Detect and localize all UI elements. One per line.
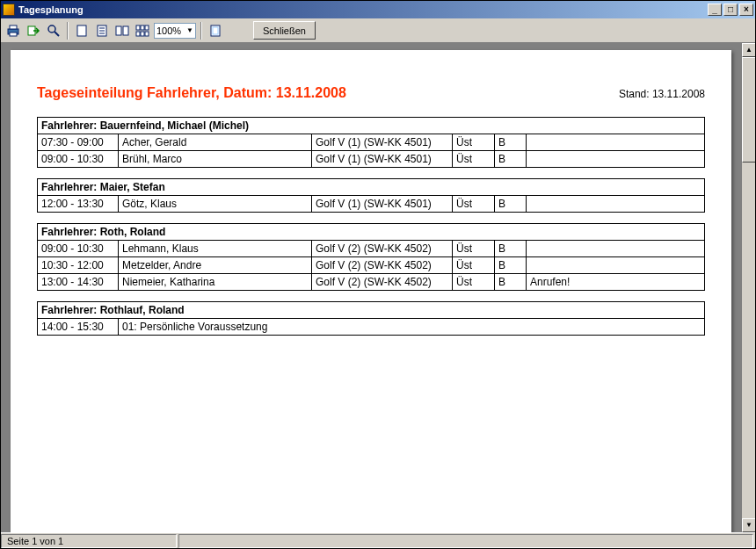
svg-rect-17 [141, 32, 144, 36]
cell-vehicle: Golf V (1) (SW-KK 4501) [312, 151, 453, 168]
cell-flag: B [495, 134, 527, 151]
svg-rect-16 [136, 32, 140, 36]
vertical-scrollbar[interactable]: ▲ ▼ [741, 43, 755, 532]
instructor-header: Fahrlehrer: Bauernfeind, Michael (Michel… [38, 118, 705, 134]
cell-note [527, 151, 705, 168]
cell-type: Üst [453, 274, 495, 291]
maximize-button[interactable]: □ [723, 4, 738, 16]
cell-student: Acher, Gerald [119, 134, 312, 151]
table-row: 09:00 - 10:30Lehmann, KlausGolf V (2) (S… [38, 241, 705, 257]
table-row: 13:00 - 14:30Niemeier, KatharinaGolf V (… [38, 274, 705, 291]
cell-note [527, 241, 705, 257]
svg-rect-13 [136, 25, 140, 30]
report-page: Tageseinteilung Fahrlehrer, Datum: 13.11… [11, 50, 731, 532]
multi-pages-icon[interactable] [134, 22, 151, 40]
cell-time: 10:30 - 12:00 [38, 257, 119, 274]
cell-type: Üst [453, 257, 495, 274]
status-page: Seite 1 von 1 [1, 534, 177, 548]
instructor-header: Fahrlehrer: Maier, Stefan [38, 179, 705, 196]
svg-rect-18 [145, 32, 149, 36]
cell-vehicle: Golf V (1) (SW-KK 4501) [312, 134, 453, 151]
cell-type: Üst [453, 134, 495, 151]
toolbar-separator [67, 22, 69, 40]
table-row: 12:00 - 13:30Götz, KlausGolf V (1) (SW-K… [38, 196, 705, 213]
zoom-value: 100% [156, 25, 181, 36]
export-icon[interactable] [25, 22, 42, 40]
close-button[interactable]: Schließen [253, 21, 316, 40]
svg-point-4 [48, 25, 55, 33]
table-row: 07:30 - 09:00Acher, GeraldGolf V (1) (SW… [38, 134, 705, 151]
instructor-header: Fahrlehrer: Roth, Roland [38, 224, 705, 241]
chevron-down-icon: ▼ [186, 26, 193, 34]
cell-flag: B [495, 151, 527, 168]
cell-time: 12:00 - 13:30 [38, 196, 119, 213]
cell-type: Üst [453, 196, 495, 213]
svg-rect-15 [145, 25, 149, 30]
toolbar-separator [200, 22, 202, 40]
cell-note [527, 134, 705, 151]
cell-type: Üst [453, 151, 495, 168]
search-icon[interactable] [45, 22, 62, 40]
toolbar: 100% ▼ Schließen [1, 18, 755, 43]
cell-time: 13:00 - 14:30 [38, 274, 119, 291]
cell-flag: B [495, 196, 527, 213]
instructor-group: Fahrlehrer: Roth, Roland09:00 - 10:30Leh… [37, 223, 705, 291]
scroll-up-button[interactable]: ▲ [742, 43, 755, 57]
page-viewport[interactable]: Tageseinteilung Fahrlehrer, Datum: 13.11… [1, 43, 741, 532]
page-margins-icon[interactable] [207, 22, 224, 40]
cell-time: 14:00 - 15:30 [38, 319, 119, 336]
instructor-group: Fahrlehrer: Maier, Stefan12:00 - 13:30Gö… [37, 178, 705, 213]
minimize-button[interactable]: _ [708, 4, 722, 16]
cell-student: Götz, Klaus [119, 196, 312, 213]
scroll-thumb[interactable] [742, 57, 755, 163]
window-titlebar: Tagesplanung _ □ × [1, 1, 755, 18]
instructor-group: Fahrlehrer: Bauernfeind, Michael (Michel… [37, 117, 705, 168]
svg-line-5 [55, 32, 59, 36]
table-row: 10:30 - 12:00Metzelder, AndreGolf V (2) … [38, 257, 705, 274]
cell-flag: B [495, 274, 527, 291]
status-spacer [178, 534, 753, 548]
app-icon [3, 4, 15, 16]
scroll-down-button[interactable]: ▼ [742, 518, 755, 532]
cell-vehicle: Golf V (2) (SW-KK 4502) [312, 241, 453, 257]
cell-student: 01: Persönliche Voraussetzung [119, 319, 705, 336]
window-title: Tagesplanung [18, 4, 706, 15]
two-pages-icon[interactable] [113, 22, 131, 40]
cell-time: 09:00 - 10:30 [38, 241, 119, 257]
report-heading: Tageseinteilung Fahrlehrer, Datum: 13.11… [37, 85, 346, 101]
cell-vehicle: Golf V (2) (SW-KK 4502) [312, 274, 453, 291]
cell-time: 07:30 - 09:00 [38, 134, 119, 151]
cell-time: 09:00 - 10:30 [38, 151, 119, 168]
zoom-combo[interactable]: 100% ▼ [154, 23, 196, 39]
svg-rect-2 [10, 33, 17, 36]
svg-rect-1 [10, 25, 17, 29]
instructor-header: Fahrlehrer: Rothlauf, Roland [38, 302, 705, 319]
statusbar: Seite 1 von 1 [1, 532, 755, 548]
svg-rect-12 [123, 26, 128, 35]
report-stand: Stand: 13.11.2008 [619, 88, 705, 100]
cell-vehicle: Golf V (1) (SW-KK 4501) [312, 196, 453, 213]
svg-rect-14 [141, 25, 144, 30]
cell-type: Üst [453, 241, 495, 257]
cell-note [527, 257, 705, 274]
cell-note: Anrufen! [527, 274, 705, 291]
svg-rect-6 [77, 25, 86, 36]
print-icon[interactable] [4, 22, 22, 40]
cell-student: Niemeier, Katharina [119, 274, 312, 291]
workspace: Tageseinteilung Fahrlehrer, Datum: 13.11… [1, 43, 755, 532]
cell-student: Metzelder, Andre [119, 257, 312, 274]
cell-flag: B [495, 241, 527, 257]
cell-vehicle: Golf V (2) (SW-KK 4502) [312, 257, 453, 274]
cell-note [527, 196, 705, 213]
table-row: 09:00 - 10:30Brühl, MarcoGolf V (1) (SW-… [38, 151, 705, 168]
svg-rect-11 [116, 26, 121, 35]
page-width-icon[interactable] [93, 22, 111, 40]
cell-student: Brühl, Marco [119, 151, 312, 168]
instructor-group: Fahrlehrer: Rothlauf, Roland14:00 - 15:3… [37, 301, 705, 336]
close-window-button[interactable]: × [739, 4, 753, 16]
page-whole-icon[interactable] [73, 22, 91, 40]
cell-student: Lehmann, Klaus [119, 241, 312, 257]
table-row: 14:00 - 15:3001: Persönliche Voraussetzu… [38, 319, 705, 336]
cell-flag: B [495, 257, 527, 274]
